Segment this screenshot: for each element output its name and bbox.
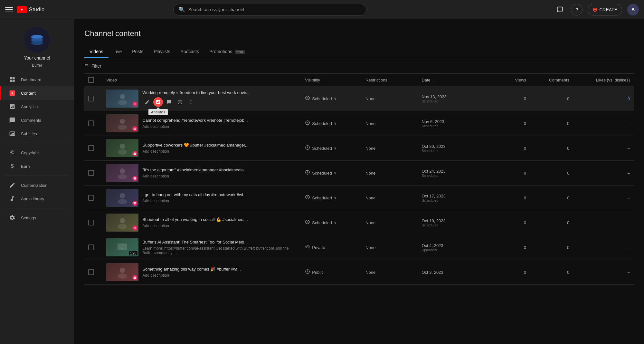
sidebar-item-settings[interactable]: Settings [0,211,74,225]
edit-icon[interactable] [142,97,152,107]
visibility-chevron: ∨ [334,146,336,150]
video-description: Add description [142,174,297,178]
video-cell: Shoutout to all of you working in social… [102,210,301,235]
visibility-dropdown[interactable]: Scheduled∨ [312,171,336,176]
video-info: Cannot comprehend #remotework #remote #r… [142,118,297,129]
svg-point-19 [118,224,127,229]
table-row: Working remotely = freedom to find your … [84,86,634,111]
row-checkbox[interactable] [88,269,94,275]
tab-playlists[interactable]: Playlists [148,46,175,58]
tab-videos[interactable]: Videos [84,46,109,58]
visibility-icon [305,269,310,275]
analytics-action-icon[interactable] [153,97,163,107]
select-all-checkbox[interactable] [88,77,94,83]
date-main: Nov 13, 2023 [421,94,483,99]
sidebar-item-dashboard[interactable]: Dashboard [0,73,74,86]
sidebar-item-analytics[interactable]: Analytics [0,100,74,113]
avatar[interactable]: B [627,4,639,15]
youtube-action-icon[interactable] [175,97,185,107]
date-cell: Oct 3, 2023 [418,260,487,285]
visibility-dropdown[interactable]: Scheduled∨ [312,196,336,200]
th-date[interactable]: Date ↓ [418,74,487,86]
video-cell: Cannot comprehend #remotework #remote #r… [102,111,301,136]
tab-posts[interactable]: Posts [127,46,148,58]
row-checkbox[interactable] [88,220,94,225]
row-checkbox[interactable] [88,170,94,176]
tab-live[interactable]: Live [109,46,127,58]
help-icon-button[interactable]: ? [571,4,582,15]
svg-point-17 [118,199,127,204]
dashboard-label: Dashboard [21,77,42,82]
date-cell: Oct 10, 2023 Scheduled [418,210,487,235]
row-checkbox[interactable] [88,96,94,101]
row-checkbox[interactable] [88,120,94,126]
table-row: Shoutout to all of you working in social… [84,210,634,235]
sidebar-item-subtitles[interactable]: Subtitles [0,127,74,140]
visibility-dropdown[interactable]: Scheduled∨ [312,121,336,126]
sidebar-item-customization[interactable]: Customization [0,178,74,192]
sidebar: Your channel Buffer Dashboard Content An… [0,19,74,344]
comments-icon-button[interactable] [554,4,566,15]
likes-cell: 0 [573,86,634,111]
sidebar-item-earn[interactable]: $ Earn [0,159,74,173]
visibility-cell: Scheduled∨ [301,136,362,161]
th-video: Video [102,74,301,86]
thumbnail [106,164,138,182]
thumbnail [106,139,138,157]
comments-action-icon[interactable] [164,97,174,107]
tab-promotions[interactable]: Promotions Beta [204,46,250,58]
visibility-dropdown[interactable]: Scheduled∨ [312,146,336,151]
date-cell: Oct 30, 2023 Scheduled [418,136,487,161]
sidebar-item-audio-library[interactable]: Audio library [0,192,74,205]
topbar-left: Studio [5,6,79,14]
visibility-icon [305,95,310,102]
search-bar[interactable]: 🔍 [173,4,366,15]
date-cell: Nov 6, 2023 Scheduled [418,111,487,136]
create-button[interactable]: ⊕ CREATE [588,4,622,15]
logo-area[interactable]: Studio [17,6,44,13]
svg-point-10 [120,119,125,124]
table-row: Cannot comprehend #remotework #remote #r… [84,111,634,136]
content-label: Content [21,91,36,96]
more-action-icon[interactable] [186,97,196,107]
svg-text:AI: AI [121,246,124,249]
visibility-dropdown[interactable]: Scheduled∨ [312,96,336,101]
plus-icon: ⊕ [592,6,597,13]
video-title: I get to hang out with my cats all day #… [142,192,297,198]
sidebar-item-comments[interactable]: Comments [0,113,74,127]
likes-dash: – [628,196,630,200]
video-title: "It's the algorithm" #socialmediamanager… [142,167,297,173]
visibility-dropdown[interactable]: Private [312,245,325,250]
views-cell: 0 [487,235,530,260]
studio-label: Studio [29,7,44,13]
video-cell: Supportive coworkers 🧡 #buffer #socialme… [102,136,301,161]
row-checkbox[interactable] [88,145,94,151]
visibility-chevron: ∨ [334,196,336,200]
tab-podcasts[interactable]: Podcasts [175,46,204,58]
restrictions-cell: None [362,111,418,136]
nav-divider-1 [5,143,69,143]
svg-point-8 [191,102,192,103]
sidebar-item-copyright[interactable]: © Copyright [0,146,74,159]
visibility-cell: Scheduled∨ [301,111,362,136]
visibility-dropdown[interactable]: Public [312,270,323,275]
search-input[interactable] [188,7,361,12]
visibility-dropdown[interactable]: Scheduled∨ [312,220,336,225]
sidebar-item-content[interactable]: Content [0,86,74,100]
restrictions-cell: None [362,260,418,285]
promotions-label: Promotions [209,49,232,54]
thumbnail [106,114,138,132]
video-info: Working remotely = freedom to find your … [142,90,297,107]
sidebar-nav: Dashboard Content Analytics Comments [0,73,74,338]
likes-cell: – [573,186,634,210]
date-sub: Scheduled [421,223,483,227]
row-checkbox[interactable] [88,195,94,201]
video-title: Cannot comprehend #remotework #remote #r… [142,118,297,123]
date-main: Oct 10, 2023 [421,218,483,223]
date-sub: Scheduled [421,198,483,202]
menu-button[interactable] [5,6,13,14]
row-checkbox[interactable] [88,244,94,250]
likes-cell: – [573,260,634,285]
channel-avatar[interactable] [24,27,50,53]
duration-badge: 1:28 [129,251,137,255]
